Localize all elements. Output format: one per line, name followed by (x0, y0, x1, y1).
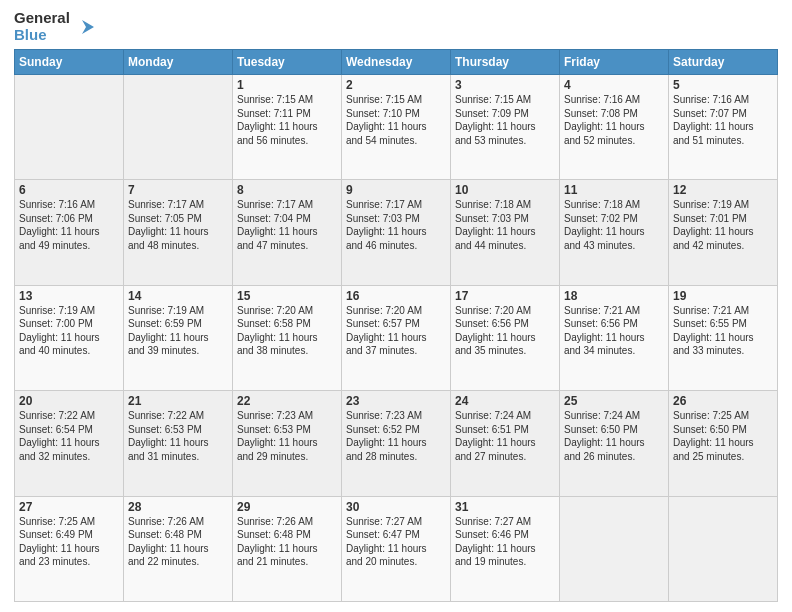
day-info: Sunrise: 7:27 AM Sunset: 6:47 PM Dayligh… (346, 515, 446, 569)
day-info: Sunrise: 7:26 AM Sunset: 6:48 PM Dayligh… (128, 515, 228, 569)
day-info: Sunrise: 7:24 AM Sunset: 6:51 PM Dayligh… (455, 409, 555, 463)
calendar-cell: 10Sunrise: 7:18 AM Sunset: 7:03 PM Dayli… (451, 180, 560, 285)
calendar-cell: 30Sunrise: 7:27 AM Sunset: 6:47 PM Dayli… (342, 496, 451, 601)
calendar-cell: 11Sunrise: 7:18 AM Sunset: 7:02 PM Dayli… (560, 180, 669, 285)
day-info: Sunrise: 7:23 AM Sunset: 6:53 PM Dayligh… (237, 409, 337, 463)
day-info: Sunrise: 7:17 AM Sunset: 7:04 PM Dayligh… (237, 198, 337, 252)
weekday-header-saturday: Saturday (669, 50, 778, 75)
day-info: Sunrise: 7:19 AM Sunset: 6:59 PM Dayligh… (128, 304, 228, 358)
day-info: Sunrise: 7:25 AM Sunset: 6:49 PM Dayligh… (19, 515, 119, 569)
svg-marker-0 (82, 20, 94, 34)
logo-blue: Blue (14, 27, 70, 44)
day-number: 31 (455, 500, 555, 514)
day-number: 4 (564, 78, 664, 92)
day-info: Sunrise: 7:22 AM Sunset: 6:54 PM Dayligh… (19, 409, 119, 463)
weekday-header-monday: Monday (124, 50, 233, 75)
calendar-cell: 29Sunrise: 7:26 AM Sunset: 6:48 PM Dayli… (233, 496, 342, 601)
day-number: 21 (128, 394, 228, 408)
calendar-week-3: 13Sunrise: 7:19 AM Sunset: 7:00 PM Dayli… (15, 285, 778, 390)
calendar-cell (560, 496, 669, 601)
day-number: 17 (455, 289, 555, 303)
calendar-cell: 24Sunrise: 7:24 AM Sunset: 6:51 PM Dayli… (451, 391, 560, 496)
day-info: Sunrise: 7:25 AM Sunset: 6:50 PM Dayligh… (673, 409, 773, 463)
day-info: Sunrise: 7:16 AM Sunset: 7:08 PM Dayligh… (564, 93, 664, 147)
calendar-cell: 28Sunrise: 7:26 AM Sunset: 6:48 PM Dayli… (124, 496, 233, 601)
calendar-cell: 17Sunrise: 7:20 AM Sunset: 6:56 PM Dayli… (451, 285, 560, 390)
calendar-cell (669, 496, 778, 601)
calendar-cell: 27Sunrise: 7:25 AM Sunset: 6:49 PM Dayli… (15, 496, 124, 601)
calendar-cell: 12Sunrise: 7:19 AM Sunset: 7:01 PM Dayli… (669, 180, 778, 285)
day-number: 2 (346, 78, 446, 92)
day-info: Sunrise: 7:20 AM Sunset: 6:58 PM Dayligh… (237, 304, 337, 358)
weekday-header-friday: Friday (560, 50, 669, 75)
calendar-week-4: 20Sunrise: 7:22 AM Sunset: 6:54 PM Dayli… (15, 391, 778, 496)
calendar-cell: 31Sunrise: 7:27 AM Sunset: 6:46 PM Dayli… (451, 496, 560, 601)
day-info: Sunrise: 7:20 AM Sunset: 6:56 PM Dayligh… (455, 304, 555, 358)
logo: General Blue (14, 10, 94, 43)
calendar-cell: 8Sunrise: 7:17 AM Sunset: 7:04 PM Daylig… (233, 180, 342, 285)
day-number: 13 (19, 289, 119, 303)
calendar-cell: 18Sunrise: 7:21 AM Sunset: 6:56 PM Dayli… (560, 285, 669, 390)
day-info: Sunrise: 7:18 AM Sunset: 7:02 PM Dayligh… (564, 198, 664, 252)
weekday-header-wednesday: Wednesday (342, 50, 451, 75)
day-number: 10 (455, 183, 555, 197)
weekday-header-sunday: Sunday (15, 50, 124, 75)
day-info: Sunrise: 7:20 AM Sunset: 6:57 PM Dayligh… (346, 304, 446, 358)
day-info: Sunrise: 7:26 AM Sunset: 6:48 PM Dayligh… (237, 515, 337, 569)
day-info: Sunrise: 7:15 AM Sunset: 7:10 PM Dayligh… (346, 93, 446, 147)
day-info: Sunrise: 7:19 AM Sunset: 7:01 PM Dayligh… (673, 198, 773, 252)
day-number: 8 (237, 183, 337, 197)
calendar-table: SundayMondayTuesdayWednesdayThursdayFrid… (14, 49, 778, 602)
calendar-cell (124, 75, 233, 180)
day-info: Sunrise: 7:21 AM Sunset: 6:56 PM Dayligh… (564, 304, 664, 358)
day-number: 29 (237, 500, 337, 514)
calendar-cell: 16Sunrise: 7:20 AM Sunset: 6:57 PM Dayli… (342, 285, 451, 390)
day-number: 11 (564, 183, 664, 197)
calendar-cell: 26Sunrise: 7:25 AM Sunset: 6:50 PM Dayli… (669, 391, 778, 496)
day-number: 12 (673, 183, 773, 197)
calendar-cell: 20Sunrise: 7:22 AM Sunset: 6:54 PM Dayli… (15, 391, 124, 496)
day-info: Sunrise: 7:15 AM Sunset: 7:09 PM Dayligh… (455, 93, 555, 147)
day-number: 26 (673, 394, 773, 408)
calendar-cell: 6Sunrise: 7:16 AM Sunset: 7:06 PM Daylig… (15, 180, 124, 285)
day-number: 28 (128, 500, 228, 514)
calendar-cell: 5Sunrise: 7:16 AM Sunset: 7:07 PM Daylig… (669, 75, 778, 180)
calendar-week-2: 6Sunrise: 7:16 AM Sunset: 7:06 PM Daylig… (15, 180, 778, 285)
day-info: Sunrise: 7:27 AM Sunset: 6:46 PM Dayligh… (455, 515, 555, 569)
day-info: Sunrise: 7:16 AM Sunset: 7:07 PM Dayligh… (673, 93, 773, 147)
weekday-header-row: SundayMondayTuesdayWednesdayThursdayFrid… (15, 50, 778, 75)
page-header: General Blue (14, 10, 778, 43)
day-info: Sunrise: 7:15 AM Sunset: 7:11 PM Dayligh… (237, 93, 337, 147)
day-info: Sunrise: 7:17 AM Sunset: 7:05 PM Dayligh… (128, 198, 228, 252)
day-info: Sunrise: 7:17 AM Sunset: 7:03 PM Dayligh… (346, 198, 446, 252)
calendar-cell: 9Sunrise: 7:17 AM Sunset: 7:03 PM Daylig… (342, 180, 451, 285)
day-number: 20 (19, 394, 119, 408)
calendar-cell: 4Sunrise: 7:16 AM Sunset: 7:08 PM Daylig… (560, 75, 669, 180)
weekday-header-thursday: Thursday (451, 50, 560, 75)
calendar-cell: 13Sunrise: 7:19 AM Sunset: 7:00 PM Dayli… (15, 285, 124, 390)
day-info: Sunrise: 7:18 AM Sunset: 7:03 PM Dayligh… (455, 198, 555, 252)
day-number: 1 (237, 78, 337, 92)
calendar-cell: 3Sunrise: 7:15 AM Sunset: 7:09 PM Daylig… (451, 75, 560, 180)
calendar-cell: 2Sunrise: 7:15 AM Sunset: 7:10 PM Daylig… (342, 75, 451, 180)
calendar-cell: 1Sunrise: 7:15 AM Sunset: 7:11 PM Daylig… (233, 75, 342, 180)
calendar-cell: 15Sunrise: 7:20 AM Sunset: 6:58 PM Dayli… (233, 285, 342, 390)
day-number: 16 (346, 289, 446, 303)
calendar-cell: 14Sunrise: 7:19 AM Sunset: 6:59 PM Dayli… (124, 285, 233, 390)
logo-text: General Blue (14, 10, 94, 43)
day-number: 6 (19, 183, 119, 197)
logo-bird-icon (72, 16, 94, 38)
day-number: 27 (19, 500, 119, 514)
calendar-cell: 19Sunrise: 7:21 AM Sunset: 6:55 PM Dayli… (669, 285, 778, 390)
weekday-header-tuesday: Tuesday (233, 50, 342, 75)
day-number: 22 (237, 394, 337, 408)
day-number: 9 (346, 183, 446, 197)
calendar-cell: 7Sunrise: 7:17 AM Sunset: 7:05 PM Daylig… (124, 180, 233, 285)
day-number: 15 (237, 289, 337, 303)
calendar-cell: 25Sunrise: 7:24 AM Sunset: 6:50 PM Dayli… (560, 391, 669, 496)
day-number: 18 (564, 289, 664, 303)
day-info: Sunrise: 7:23 AM Sunset: 6:52 PM Dayligh… (346, 409, 446, 463)
day-info: Sunrise: 7:19 AM Sunset: 7:00 PM Dayligh… (19, 304, 119, 358)
logo-general: General (14, 10, 70, 27)
day-info: Sunrise: 7:24 AM Sunset: 6:50 PM Dayligh… (564, 409, 664, 463)
